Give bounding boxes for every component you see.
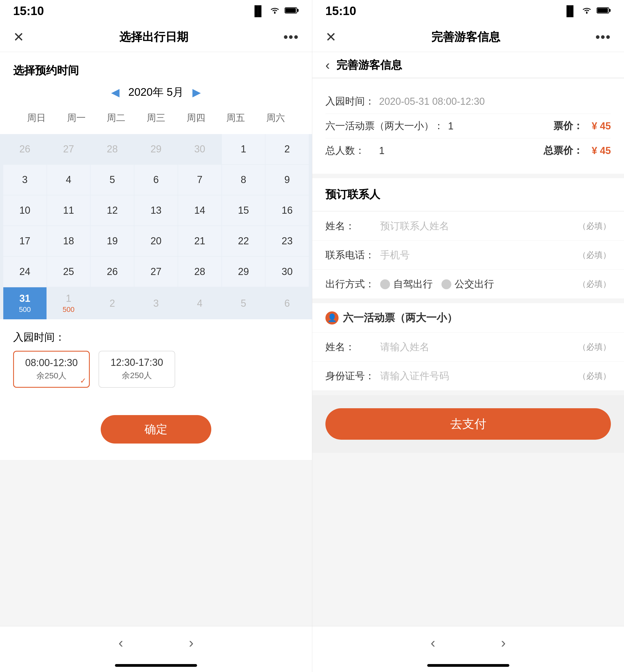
calendar-cell-26[interactable]: 26 [3, 134, 47, 164]
confirm-button[interactable]: 确定 [101, 415, 211, 443]
calendar-cell-29[interactable]: 29 [222, 257, 265, 287]
status-bar-left: 15:10 ▐▌ [0, 0, 312, 22]
calendar-cell-6[interactable]: 6 [265, 287, 309, 319]
phone-input[interactable]: 手机号 [380, 248, 578, 262]
calendar-cell-8[interactable]: 8 [222, 165, 265, 195]
status-time-left: 15:10 [13, 4, 44, 18]
calendar-cell-15[interactable]: 15 [222, 195, 265, 225]
contact-section-title-bar: 预订联系人 [312, 178, 624, 211]
calendar-cell-1[interactable]: 1 [222, 134, 265, 164]
ticket-visitor-section: 六一活动票（两大一小） 姓名： 请输入姓名 （必填） 身份证号： 请输入证件号码… [312, 303, 624, 391]
calendar-cell-24[interactable]: 24 [3, 257, 47, 287]
calendar-cell-31[interactable]: 31500 [3, 287, 47, 319]
cal-date-21: 21 [194, 235, 205, 247]
close-button-right[interactable]: ✕ [326, 29, 336, 45]
calendar-cell-2[interactable]: 2 [265, 134, 309, 164]
svg-rect-7 [609, 9, 610, 12]
more-button-left[interactable]: ••• [284, 29, 299, 44]
cal-date-31: 31 [20, 293, 30, 304]
svg-rect-3 [297, 9, 298, 12]
cal-sub-31: 500 [19, 305, 31, 314]
name-form-row: 姓名： 预订联系人姓名 （必填） [312, 212, 624, 241]
calendar-cell-12[interactable]: 12 [90, 195, 134, 225]
calendar-cell-10[interactable]: 10 [3, 195, 47, 225]
calendar-cell-9[interactable]: 9 [265, 165, 309, 195]
time-slot-remain-0: 余250人 [23, 370, 80, 381]
phone-required: （必填） [578, 249, 611, 261]
calendar-cell-6[interactable]: 6 [134, 165, 178, 195]
calendar-cell-17[interactable]: 17 [3, 226, 47, 256]
weekday-1: 周一 [56, 108, 96, 128]
calendar-cell-4[interactable]: 4 [178, 287, 222, 319]
calendar-cell-28[interactable]: 28 [178, 257, 222, 287]
total-row: 总人数： 1 总票价： ¥ 45 [326, 138, 611, 163]
travel-radio-group: 自驾出行 公交出行 [380, 277, 578, 291]
calendar-cell-16[interactable]: 16 [265, 195, 309, 225]
calendar-cell-28[interactable]: 28 [90, 134, 134, 164]
time-slot-section: 入园时间： 08:00-12:30 余250人 12:30-17:30 余250… [0, 319, 312, 399]
close-button-left[interactable]: ✕ [13, 29, 24, 45]
calendar-cell-27[interactable]: 27 [134, 257, 178, 287]
forward-button-left[interactable]: › [183, 629, 199, 656]
calendar-cell-23[interactable]: 23 [265, 226, 309, 256]
calendar-cell-5[interactable]: 5 [90, 165, 134, 195]
travel-required: （必填） [578, 278, 611, 290]
calendar-cell-19[interactable]: 19 [90, 226, 134, 256]
more-button-right[interactable]: ••• [596, 29, 611, 44]
calendar-grid: 2627282930123456789101112131415161718192… [0, 134, 312, 319]
calendar-cell-21[interactable]: 21 [178, 226, 222, 256]
visitor-name-input[interactable]: 请输入姓名 [380, 340, 578, 354]
cal-date-1: 1 [66, 293, 72, 304]
calendar-cell-18[interactable]: 18 [47, 226, 90, 256]
time-slot-1[interactable]: 12:30-17:30 余250人 [99, 351, 175, 388]
cal-date-11: 11 [63, 205, 74, 216]
calendar-cell-29[interactable]: 29 [134, 134, 178, 164]
calendar-cell-26[interactable]: 26 [90, 257, 134, 287]
weekday-6: 周六 [256, 108, 295, 128]
calendar-cell-3[interactable]: 3 [134, 287, 178, 319]
ticket-row: 六一活动票（两大一小）： 1 票价： ¥ 45 [326, 114, 611, 138]
id-input[interactable]: 请输入证件号码 [380, 369, 578, 383]
calendar-section-title: 选择预约时间 [13, 63, 299, 78]
name-input[interactable]: 预订联系人姓名 [380, 219, 578, 233]
back-button-right[interactable]: ‹ [425, 629, 441, 656]
sub-nav-back-button[interactable]: ‹ [326, 57, 330, 73]
cal-date-6: 6 [153, 174, 159, 186]
id-row: 身份证号： 请输入证件号码 （必填） [312, 362, 624, 391]
calendar-cell-11[interactable]: 11 [47, 195, 90, 225]
entry-time-label: 入园时间： [13, 330, 299, 344]
calendar-cell-5[interactable]: 5 [222, 287, 265, 319]
cal-date-15: 15 [238, 205, 249, 216]
calendar-cell-30[interactable]: 30 [178, 134, 222, 164]
calendar-cell-4[interactable]: 4 [47, 165, 90, 195]
total-price: ¥ 45 [592, 145, 611, 157]
calendar-cell-22[interactable]: 22 [222, 226, 265, 256]
calendar-cell-2[interactable]: 2 [90, 287, 134, 319]
calendar-cell-27[interactable]: 27 [47, 134, 90, 164]
battery-icon-left [285, 5, 299, 17]
next-month-button[interactable]: ▶ [192, 86, 201, 99]
bottom-nav-right: ‹ › [312, 626, 624, 659]
time-slot-0[interactable]: 08:00-12:30 余250人 [13, 351, 90, 388]
prev-month-button[interactable]: ◀ [111, 86, 120, 99]
travel-option-2[interactable]: 公交出行 [441, 277, 494, 291]
cal-date-25: 25 [63, 266, 74, 277]
calendar-cell-3[interactable]: 3 [3, 165, 47, 195]
calendar-cell-7[interactable]: 7 [178, 165, 222, 195]
calendar-cell-20[interactable]: 20 [134, 226, 178, 256]
weekday-4: 周四 [176, 108, 216, 128]
travel-option-1[interactable]: 自驾出行 [380, 277, 433, 291]
forward-button-right[interactable]: › [496, 629, 511, 656]
visitor-name-row: 姓名： 请输入姓名 （必填） [312, 333, 624, 362]
calendar-cell-13[interactable]: 13 [134, 195, 178, 225]
calendar-cell-30[interactable]: 30 [265, 257, 309, 287]
back-button-left[interactable]: ‹ [113, 629, 129, 656]
cal-date-4: 4 [66, 174, 72, 186]
calendar-cell-25[interactable]: 25 [47, 257, 90, 287]
month-nav: ◀ 2020年 5月 ▶ [13, 84, 299, 100]
cal-date-30: 30 [194, 143, 205, 155]
calendar-cell-1[interactable]: 1500 [47, 287, 90, 319]
calendar-cell-14[interactable]: 14 [178, 195, 222, 225]
travel-label: 出行方式： [326, 277, 380, 291]
pay-button[interactable]: 去支付 [326, 408, 611, 440]
